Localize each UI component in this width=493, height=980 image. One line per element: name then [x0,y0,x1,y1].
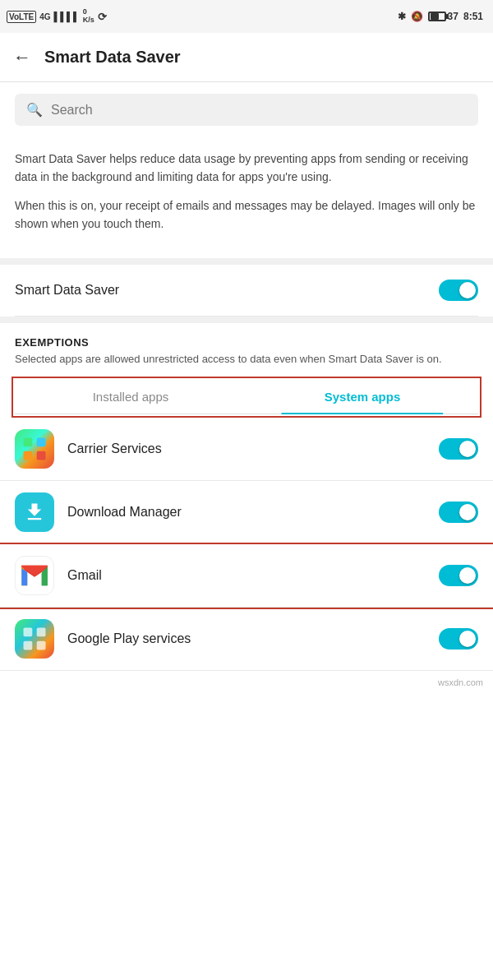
svg-rect-3 [37,451,46,460]
search-icon: 🔍 [26,102,43,118]
search-bar[interactable]: 🔍 [15,94,478,126]
exemptions-section: EXEMPTIONS Selected apps are allowed unr… [0,323,493,414]
carrier-services-toggle[interactable] [439,438,478,460]
tab-system-apps[interactable]: System apps [246,380,478,414]
description-section: Smart Data Saver helps reduce data usage… [0,137,493,258]
battery: 37 [428,11,458,22]
search-input[interactable] [51,103,467,118]
smart-data-saver-row: Smart Data Saver [15,265,478,317]
bluetooth-icon: ✱ [398,11,406,22]
smart-data-saver-toggle[interactable] [439,280,478,301]
download-manager-toggle[interactable] [439,502,478,523]
carrier-services-label: Carrier Services [67,441,426,456]
signal-4g: 4G [39,12,50,21]
svg-rect-1 [24,451,33,460]
google-play-services-icon [15,619,54,659]
search-container: 🔍 [0,82,493,137]
exemptions-description: Selected apps are allowed unrestricted a… [15,352,478,367]
volte-indicator: VoLTE [7,11,36,23]
toggle-knob [459,504,476,520]
description-para1: Smart Data Saver helps reduce data usage… [15,150,478,186]
settings-section: Smart Data Saver [0,265,493,317]
svg-rect-5 [24,627,33,636]
toggle-knob [459,631,476,647]
app-row-google-play-services[interactable]: Google Play services [0,608,493,671]
description-para2: When this is on, your receipt of emails … [15,197,478,233]
exemptions-title: EXEMPTIONS [15,336,478,349]
svg-rect-6 [24,641,33,650]
svg-rect-2 [37,437,46,446]
section-divider-2 [0,317,493,323]
carrier-services-icon [15,429,54,469]
app-row-carrier-services[interactable]: Carrier Services [0,418,493,481]
gmail-toggle[interactable] [439,565,478,586]
toggle-knob [459,441,476,457]
app-row-download-manager[interactable]: Download Manager [0,481,493,544]
status-right: ✱ 🔕 37 8:51 [398,11,483,22]
watermark: wsxdn.com [0,671,493,694]
status-left: VoLTE 4G ▌▌▌▌ 0K/s ⟳ [7,8,107,25]
tabs-container: Installed apps System apps [15,380,478,414]
app-row-gmail[interactable]: Gmail [0,544,493,608]
status-bar: VoLTE 4G ▌▌▌▌ 0K/s ⟳ ✱ 🔕 37 8:51 [0,0,493,33]
smart-data-saver-label: Smart Data Saver [15,283,119,298]
svg-rect-7 [37,627,46,636]
download-manager-label: Download Manager [67,505,426,520]
toggle-knob [459,567,476,584]
data-speed: 0K/s [83,8,94,25]
section-divider [0,258,493,265]
tab-installed-apps[interactable]: Installed apps [15,380,246,414]
gmail-icon [15,556,54,595]
toggle-knob [459,282,476,298]
page-header: ← Smart Data Saver [0,33,493,82]
svg-rect-8 [37,641,46,650]
clock: 8:51 [463,11,483,22]
gmail-label: Gmail [67,568,426,583]
battery-percent: 37 [448,11,458,22]
silent-icon: 🔕 [411,11,423,22]
google-play-services-toggle[interactable] [439,628,478,649]
signal-bars: ▌▌▌▌ [54,12,80,21]
download-manager-icon [15,492,54,532]
page-title: Smart Data Saver [44,48,181,67]
sync-icon: ⟳ [98,11,107,23]
back-button[interactable]: ← [13,47,31,68]
app-list: Carrier Services Download Manager [0,418,493,671]
svg-rect-0 [24,437,33,446]
google-play-services-label: Google Play services [67,631,426,646]
